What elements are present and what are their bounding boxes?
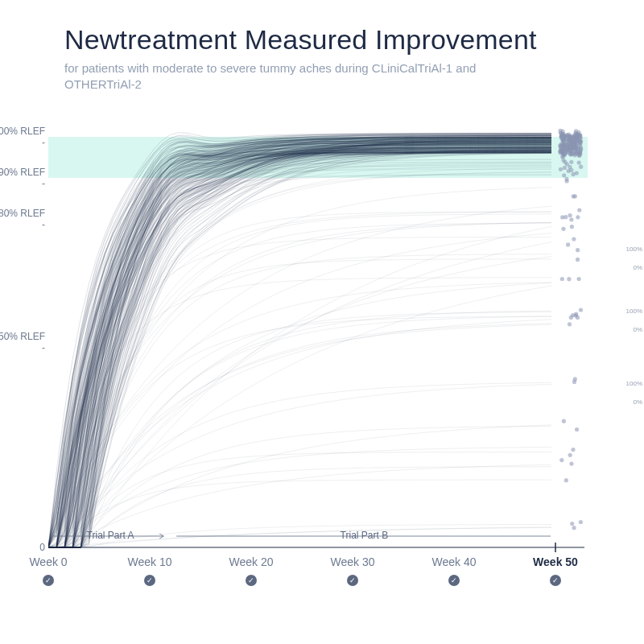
plot [48,121,588,572]
checkmark-icon: ✓ [550,575,561,586]
svg-point-68 [570,522,574,526]
chart-area: 0 50% RLEF - 80% RLEF - 90% RLEF - 00% R… [0,121,644,628]
svg-point-225 [564,147,568,151]
svg-point-248 [574,137,578,141]
svg-point-176 [579,165,583,169]
svg-point-226 [558,129,562,133]
svg-point-236 [577,160,581,164]
svg-point-250 [569,168,573,172]
y-tick-80: 80% RLEF - [0,208,45,230]
svg-point-255 [559,134,564,138]
svg-point-160 [564,177,568,181]
svg-point-247 [568,145,572,149]
svg-point-243 [564,151,568,155]
svg-point-29 [562,419,566,423]
svg-point-257 [573,146,577,150]
svg-point-11 [570,225,574,229]
svg-point-183 [571,448,575,452]
y-tick-50: 50% RLEF - [0,331,45,353]
svg-point-224 [564,215,568,219]
mini-axis-label: 0% [618,398,642,406]
svg-point-150 [566,242,570,246]
mini-axis-label: 100% [618,308,642,315]
endpoint-dots-layer [48,121,588,572]
svg-point-125 [569,462,573,466]
svg-point-14 [568,453,572,457]
svg-point-242 [564,138,568,142]
phase-b-label: Trial Part B [341,530,389,541]
mini-axis-label: 100% [618,380,642,387]
svg-point-253 [560,277,564,281]
svg-point-232 [562,173,566,177]
svg-point-212 [579,136,583,140]
svg-point-152 [575,427,579,431]
svg-point-237 [568,213,572,217]
svg-point-230 [573,194,577,198]
svg-point-158 [572,237,576,241]
svg-point-123 [569,316,573,320]
svg-point-192 [569,160,573,164]
svg-point-194 [579,147,583,151]
svg-point-85 [579,520,583,524]
svg-point-259 [579,139,583,143]
svg-point-50 [559,167,563,171]
svg-point-258 [577,277,581,281]
svg-point-145 [576,248,580,252]
svg-point-215 [577,151,581,155]
y-tick-0: 0 [0,542,45,553]
svg-point-205 [559,458,564,462]
svg-point-121 [572,526,576,530]
svg-point-89 [572,172,576,176]
svg-point-239 [563,166,567,170]
y-tick-100: 00% RLEF - [0,126,45,148]
svg-point-207 [569,217,573,221]
checkmark-icon: ✓ [448,575,460,586]
svg-point-249 [565,162,569,166]
svg-point-251 [574,313,578,317]
svg-point-72 [572,380,576,384]
svg-point-135 [579,308,583,312]
svg-point-244 [573,153,577,157]
checkmark-icon: ✓ [246,575,257,586]
checkmark-icon: ✓ [347,575,358,586]
chart-subtitle: for patients with moderate to severe tum… [64,60,483,93]
y-tick-90: 90% RLEF - [0,167,45,189]
mini-axis-label: 0% [618,264,642,271]
mini-axis-label: 100% [618,246,642,253]
chart-title: Newtreatment Measured Improvement [64,24,644,56]
svg-point-13 [568,322,572,326]
svg-point-252 [559,149,563,153]
svg-point-26 [576,258,580,262]
svg-point-241 [572,141,576,145]
mini-axis-label: 0% [618,326,642,333]
svg-point-167 [577,208,581,212]
svg-point-254 [559,144,563,148]
svg-point-132 [561,227,565,231]
checkmark-icon: ✓ [43,575,54,586]
svg-point-221 [576,130,580,134]
svg-point-177 [567,277,571,281]
svg-point-49 [576,215,580,219]
checkmark-icon: ✓ [144,575,155,586]
svg-point-256 [564,478,568,482]
phase-a-label: Trial Part A [87,530,134,541]
